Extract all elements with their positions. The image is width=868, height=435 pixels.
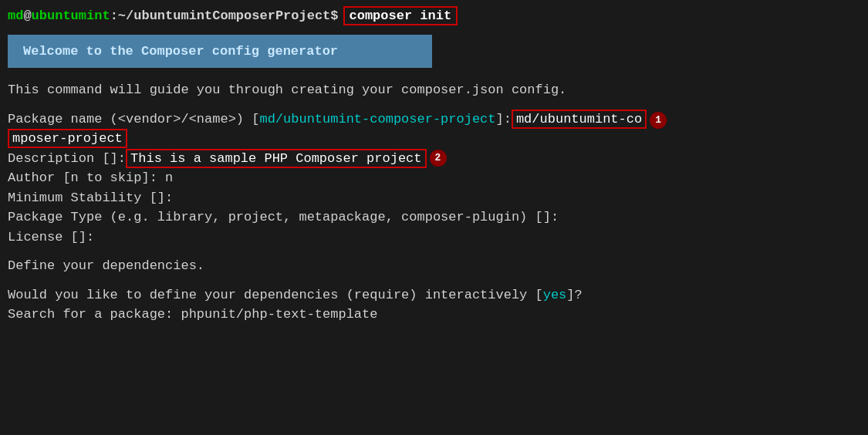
package-label2: ]: bbox=[496, 110, 512, 130]
prompt-dollar: $ bbox=[330, 8, 338, 23]
search-line: Search for a package: phpunit/php-text-t… bbox=[8, 305, 860, 325]
package-default: md/ubuntumint-composer-project bbox=[259, 112, 495, 126]
author-line: Author [n to skip]: n bbox=[8, 168, 860, 188]
guide-line: This command will guide you through crea… bbox=[8, 80, 860, 100]
desc-value: This is a sample PHP Composer project bbox=[126, 149, 426, 168]
terminal-window: md @ ubuntumint :~/ubuntumintComposerPro… bbox=[0, 0, 868, 435]
search-text: Search for a package: phpunit/php-text-t… bbox=[8, 307, 377, 322]
prompt-host: ubuntumint bbox=[32, 8, 110, 23]
define-line: Define your dependencies. bbox=[8, 256, 860, 276]
prompt-line: md @ ubuntumint :~/ubuntumintComposerPro… bbox=[8, 6, 860, 25]
stability-line: Minimum Stability []: bbox=[8, 188, 860, 208]
deps-yes: yes bbox=[543, 288, 567, 302]
package-input: md/ubuntumint-co bbox=[512, 110, 647, 129]
prompt-path: :~/ubuntumintComposerProject bbox=[110, 8, 331, 23]
welcome-text: Welcome to the Composer config generator bbox=[23, 44, 338, 59]
command-text: composer init bbox=[343, 6, 458, 25]
welcome-box: Welcome to the Composer config generator bbox=[8, 35, 432, 68]
deps-prompt-text: Would you like to define your dependenci… bbox=[8, 288, 543, 302]
package-name-line: Package name (<vendor>/<name>) [ md/ubun… bbox=[8, 110, 860, 130]
prompt-user: md bbox=[8, 8, 23, 23]
package-label: Package name (<vendor>/<name>) [ bbox=[8, 110, 259, 130]
prompt-at: @ bbox=[23, 8, 31, 23]
badge-2: 2 bbox=[430, 150, 447, 167]
license-line: License []: bbox=[8, 228, 860, 248]
package-input-wrap: mposer-project bbox=[8, 129, 860, 149]
description-line: Description []: This is a sample PHP Com… bbox=[8, 149, 860, 169]
deps-prompt-line: Would you like to define your dependenci… bbox=[8, 285, 860, 305]
badge-1: 1 bbox=[650, 112, 667, 129]
pkg-type-line: Package Type (e.g. library, project, met… bbox=[8, 207, 860, 228]
deps-prompt-end: ]? bbox=[566, 288, 582, 302]
desc-label: Description []: bbox=[8, 149, 126, 169]
package-input-2: mposer-project bbox=[8, 129, 127, 148]
